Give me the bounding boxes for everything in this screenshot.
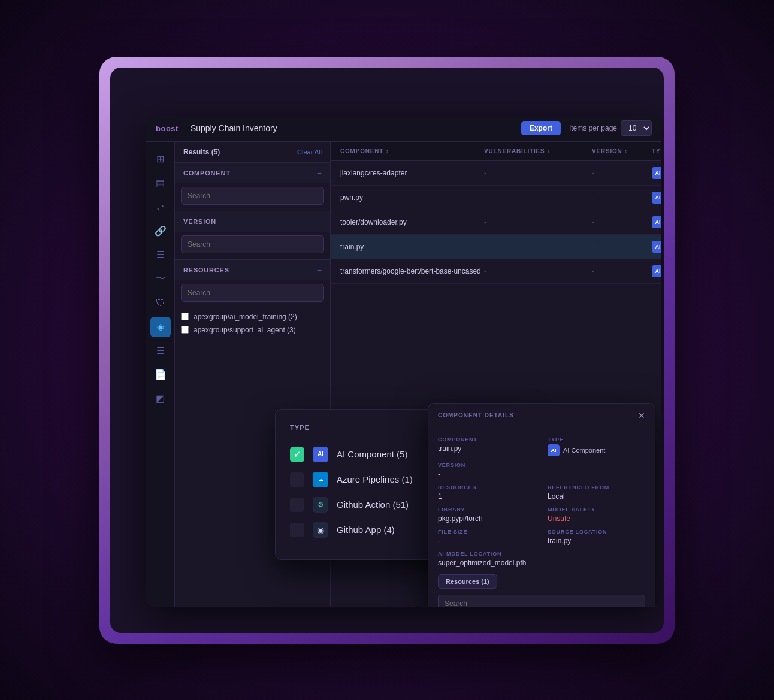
cell-component: jiaxiangc/res-adapter: [340, 169, 484, 177]
resources-checkbox-list: apexgroup/ai_model_training (2) apexgrou…: [175, 308, 330, 343]
sidebar-icon-link[interactable]: 🔗: [150, 221, 171, 241]
sidebar-icon-connect[interactable]: ⇌: [150, 197, 171, 217]
details-grid-row5: FILE SIZE - SOURCE LOCATION train.py: [438, 529, 645, 545]
version-detail-val: -: [438, 470, 536, 478]
cell-component: transformers/google-bert/bert-base-uncas…: [340, 267, 484, 275]
ai-type-icon-wrap: AI: [313, 447, 328, 462]
clear-all-button[interactable]: Clear All: [297, 149, 322, 156]
source-location-key: SOURCE LOCATION: [548, 529, 645, 535]
resource-checkbox-2[interactable]: apexgroup/support_ai_agent (3): [181, 323, 324, 337]
app-header: boost Supply Chain Inventory Export Item…: [146, 116, 661, 142]
sidebar-icon-chart[interactable]: 〜: [150, 269, 171, 289]
resources-collapse-button[interactable]: −: [317, 265, 322, 275]
table-row-selected[interactable]: train.py - - AI AI Component 1: [331, 235, 661, 259]
export-button[interactable]: Export: [521, 121, 561, 135]
sidebar-icon-shield[interactable]: 🛡: [150, 293, 171, 313]
logo: boost: [156, 124, 179, 133]
details-search-input[interactable]: [438, 595, 645, 607]
table-row[interactable]: jiaxiangc/res-adapter - - AI AI Componen…: [331, 161, 661, 186]
resources-search-wrap: [175, 280, 330, 308]
table-row[interactable]: tooler/downloader.py - - AI AI Component…: [331, 210, 661, 235]
details-close-button[interactable]: ✕: [638, 411, 645, 420]
sidebar-icon-box[interactable]: ☰: [150, 245, 171, 265]
component-filter-header: COMPONENT −: [175, 163, 330, 183]
file-size-key: FILE SIZE: [438, 529, 536, 535]
source-location-val: train.py: [548, 537, 645, 545]
version-detail-key: VERSION: [438, 462, 536, 468]
type-detail: TYPE AI AI Component: [548, 437, 645, 456]
cell-version: -: [592, 243, 652, 251]
cell-component: tooler/downloader.py: [340, 218, 484, 226]
table-row[interactable]: transformers/google-bert/bert-base-uncas…: [331, 259, 661, 284]
component-collapse-button[interactable]: −: [317, 168, 322, 178]
component-details-panel: COMPONENT DETAILS ✕ COMPONENT train.py T…: [428, 403, 655, 607]
version-search-wrap: [175, 232, 330, 259]
ai-option-label: AI Component (5): [337, 449, 407, 459]
library-detail-key: LIBRARY: [438, 507, 536, 513]
azure-checkbox-wrap[interactable]: [290, 472, 304, 487]
version-filter-section: VERSION −: [175, 211, 330, 260]
component-filter-section: COMPONENT −: [175, 163, 330, 211]
referenced-from-val: Local: [548, 492, 645, 501]
library-detail: LIBRARY pkg:pypi/torch: [438, 507, 536, 523]
details-grid-row3: RESOURCES 1 REFERENCED FROM Local: [438, 484, 645, 501]
github-app-option-label: Github App (4): [337, 525, 395, 535]
github-app-checkbox-wrap[interactable]: [290, 523, 304, 537]
sidebar-icon-grid[interactable]: ⊞: [150, 149, 171, 169]
resource-checkbox-input-1[interactable]: [181, 313, 189, 320]
resources-detail-key: RESOURCES: [438, 484, 536, 490]
cell-type: AI AI Component: [652, 241, 661, 253]
azure-type-icon-wrap: ☁: [313, 472, 328, 487]
version-search-input[interactable]: [181, 235, 324, 253]
version-collapse-button[interactable]: −: [317, 217, 322, 226]
sidebar-icon-tag[interactable]: ◩: [150, 389, 171, 409]
resources-tab[interactable]: Resources (1): [438, 574, 497, 589]
per-page-select[interactable]: 10 25 50: [621, 120, 652, 136]
cell-vuln: -: [484, 193, 592, 202]
ai-model-location-key: AI MODEL LOCATION: [438, 551, 645, 557]
th-vulnerabilities: VULNERABILITIES ↕: [484, 148, 592, 154]
resource-checkbox-input-2[interactable]: [181, 326, 189, 334]
component-detail-val: train.py: [438, 444, 536, 453]
referenced-from-detail: REFERENCED FROM Local: [548, 484, 645, 501]
component-detail-key: COMPONENT: [438, 437, 536, 443]
table-row[interactable]: pwn.py - - AI AI Component 1: [331, 186, 661, 210]
sidebar-icon-layers[interactable]: ▤: [150, 173, 171, 193]
ai-model-location-val: super_optimized_model.pth: [438, 559, 645, 567]
component-detail: COMPONENT train.py: [438, 437, 536, 456]
resource-checkbox-1[interactable]: apexgroup/ai_model_training (2): [181, 310, 324, 323]
ai-type-icon: AI: [652, 192, 661, 204]
th-version: VERSION ↕: [592, 148, 652, 154]
github-action-checkbox-wrap[interactable]: [290, 498, 304, 512]
component-search-input[interactable]: [181, 187, 324, 205]
ai-type-icon: AI: [652, 167, 661, 179]
resource-label-2: apexgroup/support_ai_agent (3): [194, 326, 296, 334]
version-filter-label: VERSION: [183, 218, 216, 225]
resources-filter-header: RESOURCES −: [175, 260, 330, 280]
details-grid-row4: LIBRARY pkg:pypi/torch MODEL SAFETY Unsa…: [438, 507, 645, 523]
results-bar: Results (5) Clear All: [175, 142, 330, 163]
model-safety-detail: MODEL SAFETY Unsafe: [548, 507, 645, 523]
items-per-page-label: Items per page: [569, 124, 617, 132]
cell-version: -: [592, 169, 652, 177]
ai-checkbox-wrap[interactable]: ✓: [290, 447, 304, 462]
sidebar-icon-doc[interactable]: 📄: [150, 365, 171, 385]
type-detail-text: AI Component: [563, 447, 605, 454]
resources-search-input[interactable]: [181, 284, 324, 302]
cell-version: -: [592, 267, 652, 275]
component-filter-label: COMPONENT: [183, 169, 231, 177]
cell-type: AI AI Component: [652, 265, 661, 277]
sidebar-icon-stack[interactable]: ☰: [150, 341, 171, 361]
sidebar-icons: ⊞ ▤ ⇌ 🔗 ☰ 〜 🛡 ◈ ☰ 📄 ◩: [146, 142, 175, 607]
details-header: COMPONENT DETAILS ✕: [428, 404, 655, 428]
azure-option-label: Azure Pipelines (1): [337, 474, 413, 484]
cell-component: train.py: [340, 243, 484, 251]
details-body: COMPONENT train.py TYPE AI AI Component: [428, 428, 655, 607]
app-window: boost Supply Chain Inventory Export Item…: [146, 116, 661, 607]
github-action-icon-wrap: ⚙: [313, 497, 328, 513]
monitor-inner: boost Supply Chain Inventory Export Item…: [110, 68, 664, 633]
model-safety-key: MODEL SAFETY: [548, 507, 645, 513]
version-detail: VERSION -: [438, 462, 536, 478]
sidebar-icon-cube[interactable]: ◈: [150, 317, 171, 337]
ai-type-icon: AI: [652, 216, 661, 228]
